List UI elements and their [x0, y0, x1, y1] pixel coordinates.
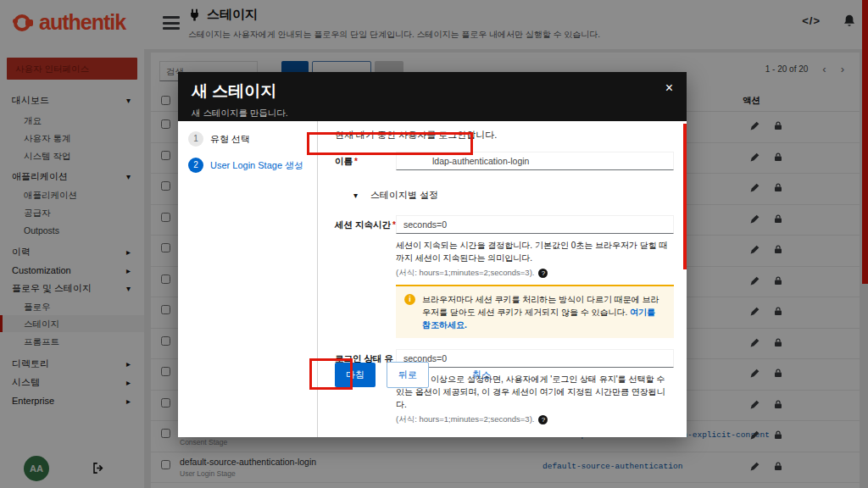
- session-duration-input[interactable]: [396, 215, 674, 234]
- new-stage-modal: 새 스테이지 새 스테이지를 만듭니다. × 1 유형 선택 2 User Lo…: [178, 72, 687, 437]
- chevron-down-icon: ▾: [353, 191, 358, 200]
- session-cookie-warning: i 브라우저마다 세션 쿠키를 처리하는 방식이 다르기 때문에 브라우저를 닫…: [396, 285, 674, 338]
- format-hint: (서식: hours=1;minutes=2;seconds=3).: [396, 268, 534, 279]
- session-duration-label: 세션 지속시간*: [335, 215, 396, 338]
- modal-body: 1 유형 선택 2 User Login Stage 생성 현재 대기 중인 사…: [178, 121, 687, 437]
- name-field-row: 이름*: [335, 152, 674, 170]
- modal-subtitle: 새 스테이지를 만듭니다.: [192, 108, 673, 119]
- wizard-step-create-stage[interactable]: 2 User Login Stage 생성: [188, 158, 307, 173]
- wizard-steps: 1 유형 선택 2 User Login Stage 생성: [178, 121, 318, 437]
- stage-form: 현재 대기 중인 사용자를 로그인합니다. 이름* ▾ 스테이지별 설정 세션 …: [318, 121, 687, 437]
- step-number: 1: [188, 131, 203, 147]
- info-icon: i: [404, 294, 415, 305]
- step-label: User Login Stage 생성: [210, 159, 303, 172]
- step-label: 유형 선택: [210, 133, 250, 146]
- back-button[interactable]: 뒤로: [387, 362, 429, 388]
- cancel-button[interactable]: 취소: [461, 363, 502, 387]
- modal-header: 새 스테이지 새 스테이지를 만듭니다. ×: [178, 72, 687, 121]
- format-hint: (서식: hours=1;minutes=2;seconds=3).: [396, 414, 534, 425]
- name-label: 이름*: [335, 152, 396, 170]
- modal-footer: 마침 뒤로 취소: [335, 362, 502, 388]
- session-duration-help: 세션이 지속되는 시간을 결정합니다. 기본값인 0초는 브라우저가 닫힐 때까…: [396, 239, 674, 264]
- close-icon[interactable]: ×: [665, 80, 673, 96]
- wizard-step-select-type[interactable]: 1 유형 선택: [188, 131, 307, 147]
- name-input[interactable]: [396, 152, 674, 170]
- step-number: 2: [188, 158, 203, 173]
- help-icon[interactable]: ?: [538, 269, 548, 278]
- help-icon[interactable]: ?: [538, 415, 548, 424]
- warning-text: 브라우저마다 세션 쿠키를 처리하는 방식이 다르기 때문에 브라우저를 닫아도…: [422, 295, 659, 317]
- required-marker: *: [354, 157, 358, 166]
- modal-title: 새 스테이지: [192, 80, 673, 103]
- session-duration-row: 세션 지속시간* 세션이 지속되는 시간을 결정합니다. 기본값인 0초는 브라…: [335, 215, 674, 338]
- stage-settings-toggle[interactable]: ▾ 스테이지별 설정: [335, 189, 674, 202]
- stage-description: 현재 대기 중인 사용자를 로그인합니다.: [335, 129, 674, 141]
- finish-button[interactable]: 마침: [335, 363, 376, 387]
- annotation-line-modal-edge: [683, 124, 687, 269]
